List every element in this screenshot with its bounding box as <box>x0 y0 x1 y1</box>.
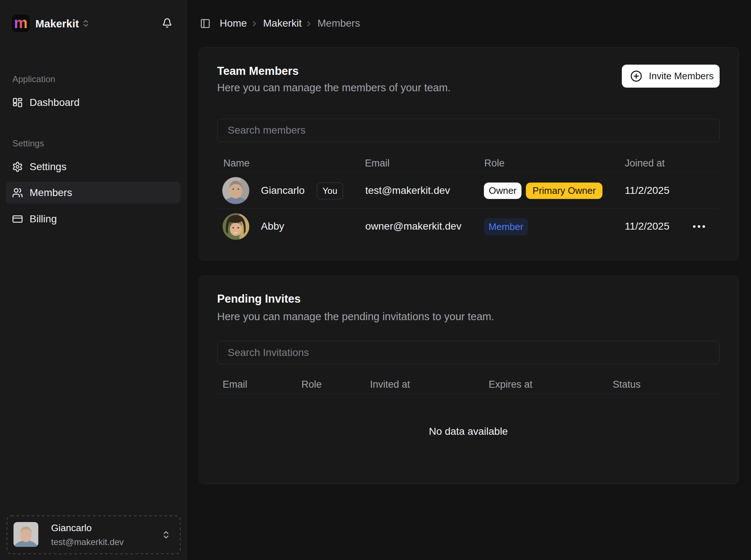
svg-text:m: m <box>14 15 27 31</box>
